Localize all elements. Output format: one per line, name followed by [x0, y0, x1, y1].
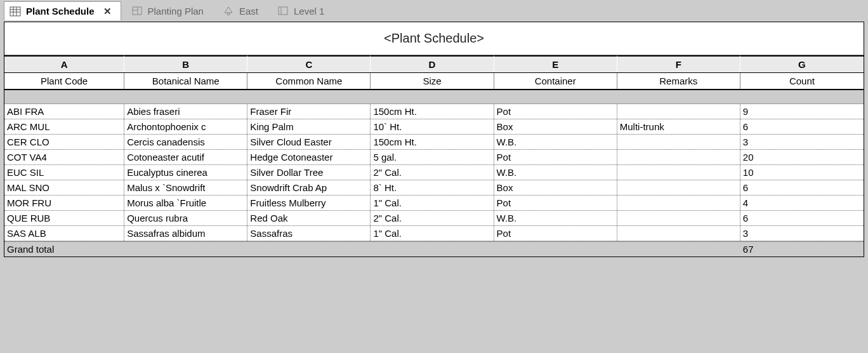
cell-common[interactable]: Sassafras: [247, 226, 371, 241]
column-header[interactable]: Count: [740, 73, 864, 89]
table-row[interactable]: COT VA4Cotoneaster acutifHedge Cotoneast…: [4, 150, 864, 165]
schedule-title[interactable]: <Plant Schedule>: [4, 22, 864, 55]
table-row[interactable]: QUE RUBQuercus rubraRed Oak2" Cal.W.B.6: [4, 211, 864, 226]
column-header[interactable]: Size: [371, 73, 494, 89]
svg-rect-5: [133, 7, 141, 15]
cell-code[interactable]: ARC MUL: [4, 119, 124, 134]
cell-remarks[interactable]: [617, 135, 740, 149]
cell-count[interactable]: 6: [740, 119, 864, 134]
table-row[interactable]: SAS ALBSassafras albidumSassafras1" Cal.…: [4, 226, 864, 241]
cell-remarks[interactable]: [617, 150, 740, 164]
cell-remarks[interactable]: [617, 226, 740, 241]
cell-container[interactable]: Pot: [494, 196, 617, 210]
close-icon[interactable]: ✕: [103, 6, 112, 17]
cell-botanical[interactable]: Malus x `Snowdrift: [124, 180, 247, 195]
table-row[interactable]: ARC MULArchontophoenix cKing Palm10` Ht.…: [4, 119, 864, 135]
plan-icon: [131, 5, 143, 17]
column-header[interactable]: Common Name: [247, 73, 371, 89]
grand-total-row[interactable]: Grand total 67: [4, 241, 864, 256]
cell-size[interactable]: 1" Cal.: [371, 226, 494, 241]
cell-botanical[interactable]: Cercis canadensis: [124, 135, 247, 149]
tab-east[interactable]: East: [218, 1, 267, 20]
cell-size[interactable]: 5 gal.: [371, 150, 494, 164]
tab-label: Planting Plan: [148, 6, 204, 17]
view-tab-bar: Plant Schedule ✕ Planting Plan East Leve…: [0, 0, 868, 22]
level-icon: [277, 5, 289, 17]
cell-count[interactable]: 3: [740, 135, 864, 149]
cell-container[interactable]: Box: [494, 180, 617, 195]
cell-container[interactable]: W.B.: [494, 211, 617, 225]
cell-size[interactable]: 8` Ht.: [371, 180, 494, 195]
cell-botanical[interactable]: Sassafras albidum: [124, 226, 247, 241]
column-header[interactable]: Plant Code: [4, 73, 124, 89]
cell-botanical[interactable]: Abies fraseri: [124, 104, 247, 119]
cell-code[interactable]: QUE RUB: [4, 211, 124, 225]
tab-planting-plan[interactable]: Planting Plan: [126, 1, 213, 20]
cell-code[interactable]: CER CLO: [4, 135, 124, 149]
cell-remarks[interactable]: [617, 180, 740, 195]
tab-level-1[interactable]: Level 1: [272, 1, 333, 20]
cell-common[interactable]: Fraser Fir: [247, 104, 371, 119]
cell-remarks[interactable]: Multi-trunk: [617, 119, 740, 134]
column-letter[interactable]: D: [371, 55, 494, 72]
table-row[interactable]: CER CLOCercis canadensisSilver Cloud Eas…: [4, 135, 864, 150]
cell-botanical[interactable]: Eucalyptus cinerea: [124, 165, 247, 180]
tab-plant-schedule[interactable]: Plant Schedule ✕: [4, 1, 121, 20]
cell-common[interactable]: Red Oak: [247, 211, 371, 225]
cell-container[interactable]: W.B.: [494, 165, 617, 180]
column-header[interactable]: Remarks: [617, 73, 740, 89]
cell-count[interactable]: 20: [740, 150, 864, 164]
table-row[interactable]: MAL SNOMalus x `SnowdriftSnowdrift Crab …: [4, 180, 864, 196]
table-row[interactable]: EUC SILEucalyptus cinereaSilver Dollar T…: [4, 165, 864, 180]
cell-size[interactable]: 10` Ht.: [371, 119, 494, 134]
cell-remarks[interactable]: [617, 196, 740, 210]
column-header[interactable]: Botanical Name: [124, 73, 247, 89]
cell-count[interactable]: 3: [740, 226, 864, 241]
cell-count[interactable]: 6: [740, 180, 864, 195]
cell-code[interactable]: SAS ALB: [4, 226, 124, 241]
cell-remarks[interactable]: [617, 211, 740, 225]
cell-common[interactable]: Snowdrift Crab Ap: [247, 180, 371, 195]
cell-size[interactable]: 1" Cal.: [371, 196, 494, 210]
column-header[interactable]: Container: [494, 73, 617, 89]
cell-botanical[interactable]: Morus alba `Fruitle: [124, 196, 247, 210]
cell-count[interactable]: 6: [740, 211, 864, 225]
cell-count[interactable]: 9: [740, 104, 864, 119]
column-letter[interactable]: A: [4, 55, 124, 72]
tab-label: East: [239, 6, 258, 17]
cell-code[interactable]: ABI FRA: [4, 104, 124, 119]
cell-code[interactable]: EUC SIL: [4, 165, 124, 180]
cell-remarks[interactable]: [617, 165, 740, 180]
cell-size[interactable]: 150cm Ht.: [371, 104, 494, 119]
column-letter[interactable]: E: [494, 55, 617, 72]
table-row[interactable]: ABI FRAAbies fraseriFraser Fir150cm Ht.P…: [4, 104, 864, 119]
column-letter[interactable]: C: [247, 55, 371, 72]
cell-container[interactable]: Pot: [494, 150, 617, 164]
cell-code[interactable]: MOR FRU: [4, 196, 124, 210]
cell-count[interactable]: 10: [740, 165, 864, 180]
cell-code[interactable]: MAL SNO: [4, 180, 124, 195]
blank-group-row[interactable]: [4, 90, 864, 104]
column-letter[interactable]: F: [617, 55, 740, 72]
cell-common[interactable]: Hedge Cotoneaster: [247, 150, 371, 164]
column-letter[interactable]: B: [124, 55, 247, 72]
cell-common[interactable]: Silver Dollar Tree: [247, 165, 371, 180]
cell-common[interactable]: King Palm: [247, 119, 371, 134]
cell-botanical[interactable]: Cotoneaster acutif: [124, 150, 247, 164]
cell-size[interactable]: 2" Cal.: [371, 211, 494, 225]
cell-common[interactable]: Fruitless Mulberry: [247, 196, 371, 210]
cell-count[interactable]: 4: [740, 196, 864, 210]
cell-container[interactable]: Pot: [494, 104, 617, 119]
cell-botanical[interactable]: Archontophoenix c: [124, 119, 247, 134]
cell-container[interactable]: Box: [494, 119, 617, 134]
cell-code[interactable]: COT VA4: [4, 150, 124, 164]
cell-botanical[interactable]: Quercus rubra: [124, 211, 247, 225]
cell-remarks[interactable]: [617, 104, 740, 119]
column-letter[interactable]: G: [740, 55, 864, 72]
cell-size[interactable]: 150cm Ht.: [371, 135, 494, 149]
table-row[interactable]: MOR FRUMorus alba `FruitleFruitless Mulb…: [4, 196, 864, 211]
cell-container[interactable]: W.B.: [494, 135, 617, 149]
cell-common[interactable]: Silver Cloud Easter: [247, 135, 371, 149]
cell-size[interactable]: 2" Cal.: [371, 165, 494, 180]
cell-container[interactable]: Pot: [494, 226, 617, 241]
